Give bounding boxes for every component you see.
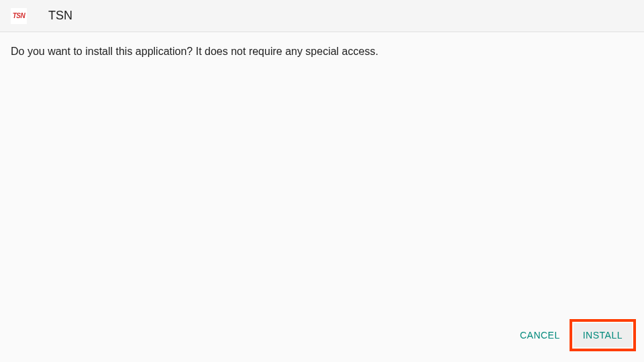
install-prompt-text: Do you want to install this application?…	[11, 44, 633, 59]
install-highlight-box: INSTALL	[570, 319, 636, 351]
content-area: Do you want to install this application?…	[0, 32, 644, 71]
app-icon-text: TSN	[13, 12, 25, 19]
install-button[interactable]: INSTALL	[574, 323, 632, 347]
app-title: TSN	[48, 9, 72, 23]
button-bar: CANCEL INSTALL	[511, 308, 644, 362]
cancel-button[interactable]: CANCEL	[511, 323, 570, 347]
app-header: TSN TSN	[0, 0, 644, 32]
app-icon: TSN	[11, 8, 27, 24]
